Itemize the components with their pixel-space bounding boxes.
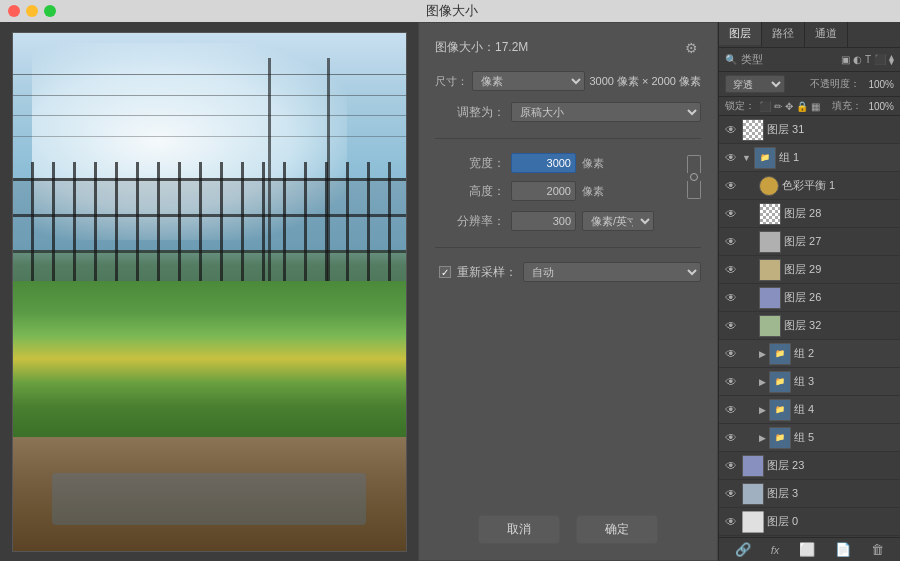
adjust-select[interactable]: 原稿大小 — [511, 102, 701, 122]
layer-name: 图层 27 — [784, 234, 896, 249]
lock-all-icon[interactable]: 🔒 — [796, 101, 808, 112]
tab-layers[interactable]: 图层 — [719, 22, 762, 47]
mask-icon[interactable]: ⬜ — [799, 542, 815, 557]
type-label: 类型 — [741, 52, 763, 67]
layer-item[interactable]: 👁 ▶ 📁 组 5 — [719, 424, 900, 452]
layer-item[interactable]: 👁 色彩平衡 1 — [719, 172, 900, 200]
visibility-icon[interactable]: 👁 — [723, 178, 739, 194]
visibility-icon[interactable]: 👁 — [723, 150, 739, 166]
layer-name: 图层 31 — [767, 122, 896, 137]
layers-list: 👁 图层 31 👁 ▼ 📁 组 1 👁 色彩 — [719, 116, 900, 537]
layer-item[interactable]: 👁 ▶ 📁 组 3 — [719, 368, 900, 396]
fill-label: 填充： — [832, 99, 862, 113]
layer-name: 组 3 — [794, 374, 896, 389]
visibility-icon[interactable]: 👁 — [723, 430, 739, 446]
size-label: 尺寸： — [435, 74, 468, 89]
layer-thumbnail — [742, 119, 764, 141]
visibility-icon[interactable]: 👁 — [723, 122, 739, 138]
gear-icon[interactable]: ⚙ — [685, 40, 701, 56]
expand-arrow[interactable]: ▶ — [759, 377, 766, 387]
resample-select[interactable]: 自动 — [523, 262, 701, 282]
layer-item[interactable]: 👁 图层 26 — [719, 284, 900, 312]
visibility-icon[interactable]: 👁 — [723, 234, 739, 250]
titlebar: 图像大小 — [0, 0, 900, 22]
cancel-button[interactable]: 取消 — [478, 515, 560, 544]
resolution-input[interactable]: 300 — [511, 211, 576, 231]
width-label: 宽度： — [435, 155, 505, 172]
chain-link — [690, 173, 698, 181]
resolution-label: 分辨率： — [435, 213, 505, 230]
layer-thumbnail: 📁 — [769, 399, 791, 421]
expand-arrow[interactable]: ▶ — [759, 405, 766, 415]
visibility-icon[interactable]: 👁 — [723, 486, 739, 502]
width-unit: 像素 — [582, 156, 604, 171]
filter-icons: ▣ ◐ T ⬛ ⧫ — [841, 54, 894, 65]
layer-thumbnail: 📁 — [769, 371, 791, 393]
expand-arrow[interactable]: ▼ — [742, 153, 751, 163]
shape-filter-icon[interactable]: ⬛ — [874, 54, 886, 65]
layer-item[interactable]: 👁 图层 3 — [719, 480, 900, 508]
height-row: 高度： 2000 像素 — [435, 181, 679, 201]
layer-name: 组 4 — [794, 402, 896, 417]
layer-item[interactable]: 👁 图层 23 — [719, 452, 900, 480]
tab-paths[interactable]: 路径 — [762, 22, 805, 47]
lock-paint-icon[interactable]: ✏ — [774, 101, 782, 112]
resolution-unit-select[interactable]: 像素/英寸 — [582, 211, 654, 231]
layer-thumbnail: 📁 — [769, 427, 791, 449]
opacity-value: 100% — [866, 79, 894, 90]
layer-item[interactable]: 👁 ▶ 📁 组 2 — [719, 340, 900, 368]
layer-thumbnail: 📁 — [769, 343, 791, 365]
canvas-area — [0, 22, 418, 561]
pixel-filter-icon[interactable]: ▣ — [841, 54, 850, 65]
visibility-icon[interactable]: 👁 — [723, 374, 739, 390]
layer-item[interactable]: 👁 图层 27 — [719, 228, 900, 256]
link-icon[interactable]: 🔗 — [735, 542, 751, 557]
visibility-icon[interactable]: 👁 — [723, 290, 739, 306]
resample-checkbox[interactable]: ✓ — [439, 266, 451, 278]
layer-name: 色彩平衡 1 — [782, 178, 896, 193]
lock-move-icon[interactable]: ✥ — [785, 101, 793, 112]
layer-item[interactable]: 👁 图层 29 — [719, 256, 900, 284]
chain-top — [687, 155, 701, 173]
expand-arrow[interactable]: ▶ — [759, 433, 766, 443]
visibility-icon[interactable]: 👁 — [723, 262, 739, 278]
visibility-icon[interactable]: 👁 — [723, 458, 739, 474]
layer-item[interactable]: 👁 图层 28 — [719, 200, 900, 228]
visibility-icon[interactable]: 👁 — [723, 402, 739, 418]
layer-item[interactable]: 👁 图层 31 — [719, 116, 900, 144]
layers-panel: 图层 路径 通道 🔍 类型 ▣ ◐ T ⬛ ⧫ 穿透 不透明度： 100% 锁定… — [718, 22, 900, 561]
panel-bottom-toolbar: 🔗 fx ⬜ 📄 🗑 — [719, 537, 900, 561]
chain-bottom — [687, 181, 701, 199]
visibility-icon[interactable]: 👁 — [723, 346, 739, 362]
new-layer-icon[interactable]: 📄 — [835, 542, 851, 557]
layer-item[interactable]: 👁 图层 32 — [719, 312, 900, 340]
layer-item[interactable]: 👁 ▶ 📁 组 4 — [719, 396, 900, 424]
fill-value: 100% — [866, 101, 894, 112]
type-filter-icon[interactable]: T — [865, 54, 871, 65]
visibility-icon[interactable]: 👁 — [723, 514, 739, 530]
layer-item[interactable]: 👁 ▼ 📁 组 1 — [719, 144, 900, 172]
blend-controls: 穿透 不透明度： 100% — [719, 72, 900, 97]
ok-button[interactable]: 确定 — [576, 515, 658, 544]
layer-name: 图层 3 — [767, 486, 896, 501]
smart-filter-icon[interactable]: ⧫ — [889, 54, 894, 65]
layer-name: 图层 26 — [784, 290, 896, 305]
adjustment-filter-icon[interactable]: ◐ — [853, 54, 862, 65]
lock-pixel-icon[interactable]: ⬛ — [759, 101, 771, 112]
layer-name: 组 5 — [794, 430, 896, 445]
layer-item[interactable]: 👁 图层 0 — [719, 508, 900, 536]
size-info-row: 尺寸： 像素 3000 像素 × 2000 像素 — [435, 68, 701, 94]
blend-mode-select[interactable]: 穿透 — [725, 75, 785, 93]
artboard-icon[interactable]: ▦ — [811, 101, 820, 112]
fx-icon[interactable]: fx — [771, 544, 780, 556]
resample-row: ✓ 重新采样： 自动 — [435, 262, 701, 282]
size-unit-select[interactable]: 像素 — [472, 71, 585, 91]
visibility-icon[interactable]: 👁 — [723, 206, 739, 222]
layer-name: 图层 23 — [767, 458, 896, 473]
delete-layer-icon[interactable]: 🗑 — [871, 542, 884, 557]
visibility-icon[interactable]: 👁 — [723, 318, 739, 334]
expand-arrow[interactable]: ▶ — [759, 349, 766, 359]
height-input[interactable]: 2000 — [511, 181, 576, 201]
tab-channels[interactable]: 通道 — [805, 22, 848, 47]
width-input[interactable]: 3000 — [511, 153, 576, 173]
